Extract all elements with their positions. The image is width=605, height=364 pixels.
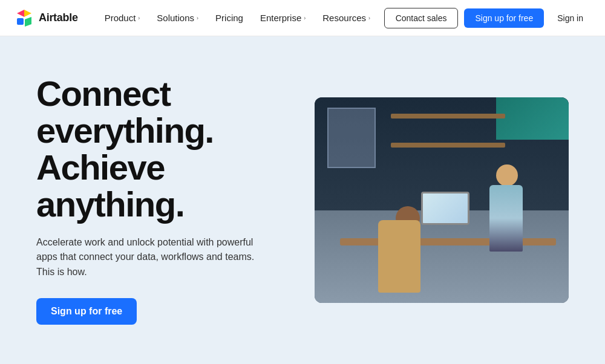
hero-image bbox=[315, 97, 569, 303]
scene-desk bbox=[340, 238, 556, 245]
scene-shelf-2 bbox=[391, 143, 505, 148]
contact-sales-button[interactable]: Contact sales bbox=[384, 8, 459, 28]
scene-monitor bbox=[421, 192, 469, 225]
svg-marker-1 bbox=[24, 10, 31, 17]
hero-subtext: Accelerate work and unlock potential wit… bbox=[36, 235, 266, 280]
person1-body bbox=[378, 220, 420, 293]
person2-head bbox=[496, 164, 518, 186]
office-scene bbox=[315, 97, 569, 303]
nav-link-solutions[interactable]: Solutions › bbox=[149, 8, 206, 28]
chevron-icon: › bbox=[138, 15, 140, 21]
airtable-logo-icon bbox=[15, 8, 34, 28]
svg-marker-3 bbox=[25, 17, 31, 27]
nav-link-resources[interactable]: Resources › bbox=[315, 8, 378, 28]
svg-marker-0 bbox=[17, 10, 24, 17]
scene-teal-accent bbox=[496, 97, 569, 140]
chevron-icon: › bbox=[304, 15, 306, 21]
nav-actions: Contact sales Sign up for free Sign in bbox=[384, 8, 590, 28]
nav-link-product[interactable]: Product › bbox=[97, 8, 148, 28]
hero-headline: Connect everything. Achieve anything. bbox=[36, 76, 278, 223]
person2-body bbox=[489, 185, 523, 252]
logo-text: Airtable bbox=[39, 11, 78, 24]
navbar: Airtable Product › Solutions › Pricing E… bbox=[0, 0, 605, 36]
signup-button-nav[interactable]: Sign up for free bbox=[464, 8, 544, 28]
svg-rect-2 bbox=[17, 18, 24, 25]
scene-window bbox=[327, 108, 376, 168]
signin-button[interactable]: Sign in bbox=[550, 8, 590, 28]
chevron-icon: › bbox=[368, 15, 370, 21]
hero-section: Connect everything. Achieve anything. Ac… bbox=[0, 36, 605, 364]
signup-button-hero[interactable]: Sign up for free bbox=[36, 298, 137, 325]
nav-links: Product › Solutions › Pricing Enterprise… bbox=[97, 8, 384, 28]
nav-link-pricing[interactable]: Pricing bbox=[208, 8, 250, 28]
scene-shelf-1 bbox=[391, 114, 505, 119]
logo-link[interactable]: Airtable bbox=[15, 8, 78, 28]
chevron-icon: › bbox=[197, 15, 198, 21]
hero-content: Connect everything. Achieve anything. Ac… bbox=[36, 76, 278, 325]
nav-link-enterprise[interactable]: Enterprise › bbox=[253, 8, 313, 28]
